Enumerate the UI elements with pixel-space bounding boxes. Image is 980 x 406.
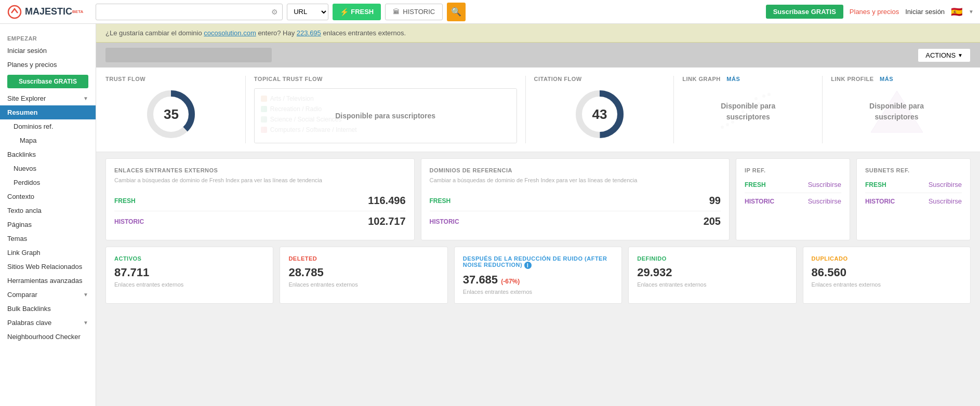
definido-label: DEFINIDO	[637, 255, 787, 262]
subnets-ref-card: SUBNETS REF. FRESH Suscribirse HISTORIC …	[856, 158, 971, 240]
sidebar-item-perdidos[interactable]: Perdidos	[0, 175, 96, 190]
metrics-section: TRUST FLOW 35 TOPICAL TRUST FLOW Arts / …	[96, 67, 980, 152]
dominios-fresh-row: FRESH 99	[430, 191, 721, 211]
subnets-historic-row: HISTORIC Suscribirse	[865, 193, 962, 209]
dominios-referencia-title: DOMINIOS DE REFERENCIA	[430, 167, 721, 173]
sidebar-item-paginas[interactable]: Páginas	[0, 218, 96, 232]
sidebar-item-dominios[interactable]: Dominios ref.	[0, 119, 96, 133]
deleted-card: DELETED 28.785 Enlaces entrantes externo…	[280, 247, 447, 304]
search-go-button[interactable]: 🔍	[447, 3, 466, 21]
notification-domain-link[interactable]: cocosolution.com	[204, 29, 256, 37]
sidebar-item-herramientas[interactable]: Herramientas avanzadas	[0, 274, 96, 288]
deleted-label: DELETED	[288, 255, 439, 262]
sesion-link[interactable]: Iniciar sesión	[905, 8, 945, 16]
planes-link[interactable]: Planes y precios	[850, 8, 899, 16]
enlaces-entrantes-card: ENLACES ENTRANTES EXTERNOS Cambiar a bús…	[105, 158, 415, 240]
notification-count-link[interactable]: 223.695	[297, 29, 321, 37]
activos-value: 87.711	[114, 266, 264, 279]
ip-historic-subscribe[interactable]: Suscribirse	[808, 197, 841, 205]
sidebar-item-planes[interactable]: Planes y precios	[0, 58, 96, 72]
flag-icon: 🇪🇸	[951, 6, 962, 18]
sidebar-item-bulk[interactable]: Bulk Backlinks	[0, 302, 96, 316]
sidebar-group-palabras[interactable]: Palabras clave ▼	[0, 316, 96, 330]
ip-fresh-subscribe[interactable]: Suscribirse	[808, 181, 841, 188]
main-content: ¿Le gustaría cambiar el dominio cocosolu…	[96, 24, 980, 406]
link-graph-subscriber: Disponible para suscriptores	[682, 88, 814, 135]
gear-icon: ⚙	[271, 8, 278, 16]
sidebar-suscribase-button[interactable]: Suscríbase GRATIS	[7, 75, 88, 88]
ip-historic-row: HISTORIC Suscribirse	[745, 193, 841, 209]
enlaces-entrantes-subtitle: Cambiar a búsquedas de dominio de Fresh …	[114, 177, 406, 184]
chevron-palabras-icon: ▼	[83, 320, 88, 326]
link-profile-more[interactable]: más	[880, 76, 893, 82]
link-profile-overlay-text: Disponible para suscriptores	[866, 101, 928, 123]
topical-overlay-text: Disponible para suscriptores	[335, 111, 435, 121]
sidebar-item-resumen[interactable]: Resumen	[0, 105, 96, 119]
subnets-historic-label: HISTORIC	[865, 198, 895, 205]
notification-text-end: enlaces entrantes externos.	[323, 29, 406, 37]
link-profile-block: LINK PROFILE más Disponible para suscrip…	[823, 76, 971, 143]
sidebar-group-comparar[interactable]: Comparar ▼	[0, 288, 96, 302]
trust-flow-block: TRUST FLOW 35	[105, 76, 246, 143]
noise-reduction-card: DESPUÉS DE LA REDUCCIÓN DE RUIDO (AFTER …	[454, 247, 622, 304]
sidebar-item-nuevos[interactable]: Nuevos	[0, 161, 96, 175]
subnets-fresh-row: FRESH Suscribirse	[865, 177, 962, 193]
url-select[interactable]: URL	[287, 4, 328, 20]
sidebar-item-texto-ancla[interactable]: Texto ancla	[0, 204, 96, 218]
actions-button[interactable]: ACTIONS ▼	[918, 48, 971, 62]
duplicado-label: DUPLICADO	[812, 255, 962, 262]
notification-bar: ¿Le gustaría cambiar el dominio cocosolu…	[96, 24, 980, 43]
sidebar: EMPEZAR Iniciar sesión Planes y precios …	[0, 24, 96, 406]
trust-flow-title: TRUST FLOW	[105, 76, 237, 82]
citation-flow-title: CITATION FLOW	[534, 76, 666, 82]
dominios-historic-value: 205	[704, 215, 721, 227]
ip-ref-card: IP REF. FRESH Suscribirse HISTORIC Suscr…	[736, 158, 850, 240]
enlaces-historic-row: HISTORIC 102.717	[114, 211, 406, 232]
link-graph-more[interactable]: más	[726, 76, 740, 82]
link-graph-overlay-text: Disponible para suscriptores	[717, 101, 779, 123]
fresh-button[interactable]: ⚡ FRESH	[333, 4, 381, 20]
sidebar-item-contexto[interactable]: Contexto	[0, 190, 96, 204]
subnets-fresh-subscribe[interactable]: Suscribirse	[929, 181, 962, 188]
svg-point-0	[8, 6, 21, 18]
deleted-desc: Enlaces entrantes externos	[288, 281, 439, 288]
main-layout: EMPEZAR Iniciar sesión Planes y precios …	[0, 24, 980, 406]
sidebar-item-link-graph[interactable]: Link Graph	[0, 246, 96, 260]
stats-grid: ENLACES ENTRANTES EXTERNOS Cambiar a bús…	[96, 152, 980, 247]
definido-desc: Enlaces entrantes externos	[637, 281, 787, 288]
citation-flow-value: 43	[592, 106, 607, 123]
chevron-actions-icon: ▼	[958, 52, 963, 58]
enlaces-fresh-value: 116.496	[368, 195, 405, 207]
link-graph-block: LINK GRAPH más	[674, 76, 823, 143]
nav-suscribase-button[interactable]: Suscríbase GRATIS	[766, 5, 843, 19]
dominios-historic-label: HISTORIC	[430, 218, 459, 225]
noise-reduction-label: DESPUÉS DE LA REDUCCIÓN DE RUIDO (AFTER …	[463, 255, 613, 269]
historic-button[interactable]: 🏛 HISTORIC	[385, 4, 443, 20]
subnets-historic-subscribe[interactable]: Suscribirse	[929, 197, 962, 205]
sidebar-item-neighbourhood[interactable]: Neighbourhood Checker	[0, 330, 96, 344]
search-input[interactable]	[100, 8, 271, 16]
trust-flow-donut: 35	[145, 88, 197, 140]
dominios-historic-row: HISTORIC 205	[430, 211, 721, 232]
ip-historic-label: HISTORIC	[745, 198, 774, 205]
sidebar-item-sitios[interactable]: Sitios Web Relacionados	[0, 260, 96, 274]
sidebar-item-mapa[interactable]: Mapa	[0, 133, 96, 147]
duplicado-card: DUPLICADO 86.560 Enlaces entrantes exter…	[803, 247, 971, 304]
sidebar-item-temas[interactable]: Temas	[0, 232, 96, 246]
logo: MAJESTICBETA	[6, 4, 83, 20]
enlaces-fresh-label: FRESH	[114, 197, 136, 205]
citation-flow-block: CITATION FLOW 43	[526, 76, 674, 143]
info-icon[interactable]: i	[524, 262, 532, 269]
nav-right: Suscríbase GRATIS Planes y precios Inici…	[766, 5, 974, 19]
top-nav: MAJESTICBETA ⚙ URL ⚡ FRESH 🏛 HISTORIC 🔍 …	[0, 0, 980, 24]
sidebar-item-backlinks[interactable]: Backlinks	[0, 147, 96, 161]
noise-reduction-value: 37.685 (-67%)	[463, 273, 613, 287]
link-profile-subscriber: Disponible para suscriptores	[831, 88, 962, 135]
sidebar-item-iniciar[interactable]: Iniciar sesión	[0, 44, 96, 58]
ip-fresh-label: FRESH	[745, 181, 766, 188]
logo-text: MAJESTIC	[25, 6, 72, 17]
notification-text-before: ¿Le gustaría cambiar el dominio	[105, 29, 204, 37]
dominios-referencia-card: DOMINIOS DE REFERENCIA Cambiar a búsqued…	[421, 158, 730, 240]
dominios-referencia-subtitle: Cambiar a búsquedas de dominio de Fresh …	[430, 177, 721, 184]
sidebar-group-site-explorer[interactable]: Site Explorer ▼	[0, 91, 96, 105]
